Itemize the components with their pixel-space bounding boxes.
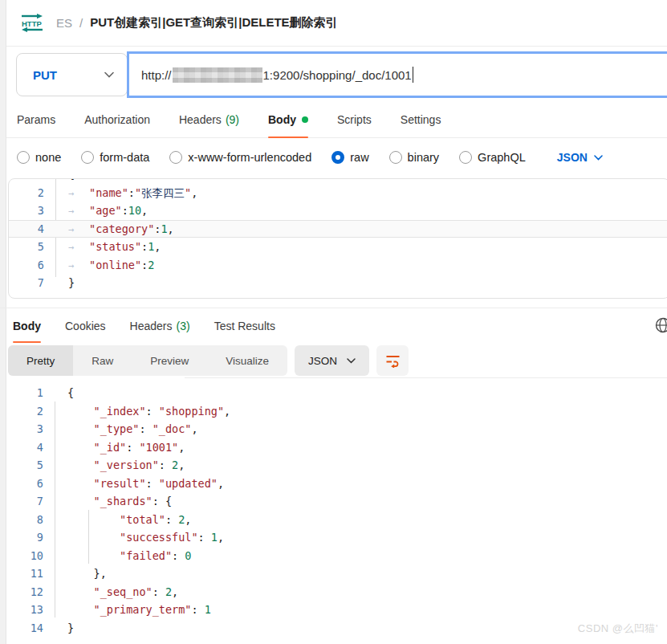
request-bar: PUT http://1:9200/shopping/_doc/1001 [6,51,667,99]
tab-test-results[interactable]: Test Results [214,310,275,342]
line-number: 1 [8,384,43,402]
line-number: 4 [9,220,44,238]
view-raw[interactable]: Raw [73,345,132,376]
line-number: 7 [8,492,43,511]
code-line: 1{ [8,384,667,402]
code-line: 9 "successful": 1, [8,528,667,547]
code-line: 4 "_id": "1001", [8,438,667,457]
breadcrumb-bar: HTTP ES / PUT创建索引|GET查询索引|DELETE删除索引 [6,0,667,47]
radio-circle [459,151,472,164]
code-line: 7 "_shards": { [8,492,667,511]
tab-headers[interactable]: Headers(9) [179,102,239,137]
tab-body[interactable]: Body [268,102,308,137]
text-cursor [413,67,414,83]
line-number: 12 [8,583,43,601]
chevron-down-icon [347,358,356,364]
radio-binary[interactable]: binary [389,151,440,164]
line-number: 14 [8,619,43,638]
code-line: 4→"category":1, [9,220,667,238]
line-number: 10 [8,547,43,565]
body-type-row: none form-data x-www-form-urlencoded raw… [6,138,667,177]
line-number: 11 [8,565,43,583]
tab-response-body[interactable]: Body [13,310,41,342]
code-line: 5 "_version": 2, [8,456,667,475]
code-line: 7} [9,274,667,292]
redacted-host-mosaic [173,67,262,83]
line-number: 3 [8,420,43,438]
code-line: 8 "total": 2, [8,511,667,529]
wrap-text-icon [384,353,401,368]
tab-params[interactable]: Params [17,102,55,137]
body-modified-dot [302,116,308,123]
code-line: 2→"name":"张李四三", [9,184,667,202]
tab-settings[interactable]: Settings [401,102,441,137]
raw-language-select[interactable]: JSON [557,151,603,164]
radio-form-data[interactable]: form-data [81,151,149,164]
url-prefix: http:// [141,68,172,82]
line-number: 6 [9,256,44,275]
http-request-icon: HTTP [19,14,45,32]
code-line: 11 }, [8,565,667,583]
response-view-switcher: Pretty Raw Preview Visualize [8,345,287,376]
method-label: PUT [33,68,104,82]
line-number: 8 [8,511,43,529]
tab-cookies[interactable]: Cookies [65,310,106,342]
response-headers-count: (3) [177,320,190,332]
tab-response-headers[interactable]: Headers(3) [130,310,190,342]
chevron-down-icon [594,155,603,161]
radio-circle [81,151,94,164]
line-number: 5 [9,238,44,256]
line-number: 9 [8,528,43,547]
breadcrumb-separator: / [79,16,83,30]
code-line: 5→"status":1, [9,238,667,256]
svg-text:HTTP: HTTP [22,19,42,28]
line-number: 13 [8,601,43,619]
window-left-strip [0,0,6,644]
line-number: 3 [9,202,44,220]
line-number: 7 [9,274,44,292]
tab-authorization[interactable]: Authorization [84,102,150,137]
radio-none[interactable]: none [17,151,61,164]
view-preview[interactable]: Preview [132,345,207,376]
wrap-text-button[interactable] [376,345,409,376]
radio-circle [17,151,30,164]
response-language-select[interactable]: JSON [295,345,369,376]
radio-graphql[interactable]: GraphQL [459,151,526,164]
view-pretty[interactable]: Pretty [8,345,73,376]
chevron-down-icon [104,71,114,78]
method-select[interactable]: PUT [16,53,128,96]
code-line: 6 "result": "updated", [8,475,667,493]
section-divider [0,308,667,308]
line-number: 2 [9,184,44,202]
globe-icon[interactable] [654,316,667,337]
code-line: 3→"age":10, [9,202,667,220]
radio-circle [389,151,402,164]
breadcrumb-collection[interactable]: ES [56,16,72,30]
watermark: CSDN @么凹猫' [578,622,658,636]
response-tabs: Body Cookies Headers(3) Test Results [6,310,667,342]
radio-circle [169,151,182,164]
code-line: 10 "failed": 0 [8,547,667,565]
code-line: 6→"online":2 [9,256,667,275]
response-toolbar: Pretty Raw Preview Visualize JSON [8,345,667,376]
code-line: 3 "_type": "_doc", [8,420,667,438]
line-number: 5 [8,456,43,475]
view-visualize[interactable]: Visualize [207,345,287,376]
url-input[interactable]: http://1:9200/shopping/_doc/1001 [127,51,667,98]
radio-x-www-form-urlencoded[interactable]: x-www-form-urlencoded [169,151,311,164]
request-tabs: Params Authorization Headers(9) Body Scr… [6,102,667,138]
headers-count: (9) [226,113,239,126]
url-suffix: 1:9200/shopping/_doc/1001 [263,68,412,82]
request-title: PUT创建索引|GET查询索引|DELETE删除索引 [90,15,337,31]
code-line: 14} [8,619,667,638]
line-number: 2 [8,402,43,421]
radio-raw[interactable]: raw [331,151,368,164]
response-body-editor[interactable]: 1{2 "_index": "shopping",3 "_type": "_do… [8,378,667,644]
radio-circle-checked [331,151,344,164]
code-line: 13 "_primary_term": 1 [8,601,667,619]
tab-scripts[interactable]: Scripts [337,102,372,137]
request-body-editor[interactable]: 1{2→"name":"张李四三",3→"age":10,4→"category… [8,178,667,299]
code-line: 12 "_seq_no": 2, [8,583,667,601]
line-number: 6 [8,475,43,493]
line-number: 4 [8,438,43,457]
